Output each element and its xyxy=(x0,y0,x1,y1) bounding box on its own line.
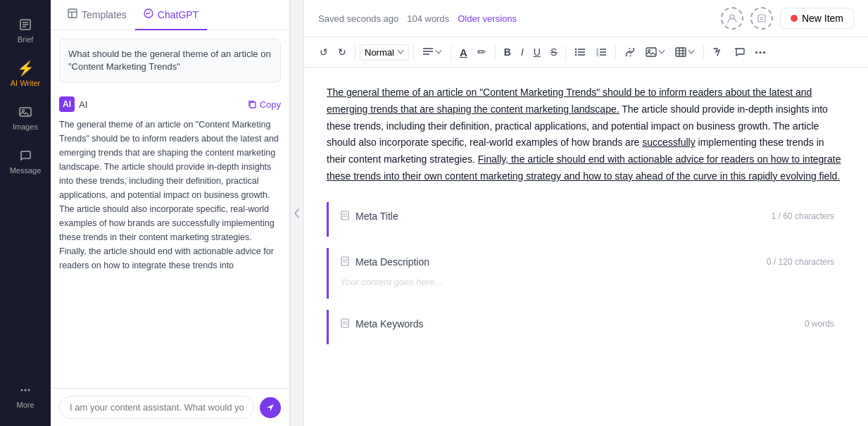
bold-icon: B xyxy=(504,46,511,58)
left-sidebar: Brief ⚡ AI Writer Images Message xyxy=(0,0,51,426)
new-item-label: New Item xyxy=(802,13,843,24)
meta-keywords-icon xyxy=(340,318,350,330)
svg-point-41 xyxy=(760,51,762,54)
meta-description-header: Meta Description 0 / 120 characters xyxy=(340,256,834,268)
undo-button[interactable]: ↺ xyxy=(315,44,332,61)
tab-templates[interactable]: Templates xyxy=(59,0,135,30)
text-color-button[interactable]: A xyxy=(455,44,472,61)
formula-button[interactable] xyxy=(708,44,728,60)
user-avatar-1 xyxy=(721,7,743,30)
svg-point-21 xyxy=(575,49,577,50)
meta-description-placeholder[interactable]: Your content goes here... xyxy=(340,274,834,290)
svg-point-34 xyxy=(648,50,650,52)
sidebar-item-images[interactable]: Images xyxy=(4,99,46,137)
image-button[interactable] xyxy=(641,44,669,60)
svg-point-5 xyxy=(23,110,25,112)
panel-tabs: Templates ChatGPT xyxy=(51,0,289,30)
svg-text:3.: 3. xyxy=(596,53,599,57)
copy-button[interactable]: Copy xyxy=(248,99,281,110)
link-button[interactable] xyxy=(620,45,640,59)
ai-label-text: AI xyxy=(79,99,87,110)
italic-button[interactable]: I xyxy=(517,44,528,61)
meta-description-field: Meta Description 0 / 120 characters Your… xyxy=(327,248,845,299)
meta-title-field: Meta Title 1 / 60 characters xyxy=(327,202,845,237)
meta-title-label: Meta Title xyxy=(340,211,398,223)
meta-description-text: Meta Description xyxy=(356,256,429,268)
format-select[interactable]: Normal xyxy=(360,44,409,61)
meta-keywords-header: Meta Keywords 0 words xyxy=(340,318,834,330)
undo-icon: ↺ xyxy=(320,46,328,58)
templates-tab-icon xyxy=(68,8,77,20)
svg-point-8 xyxy=(28,389,30,391)
toolbar-divider-3 xyxy=(451,45,451,59)
meta-description-icon xyxy=(340,256,350,268)
ai-writer-icon: ⚡ xyxy=(18,61,33,76)
bold-button[interactable]: B xyxy=(500,44,515,61)
numbered-list-button[interactable]: 1. 2. 3. xyxy=(591,44,611,60)
chatgpt-tab-icon xyxy=(144,8,153,20)
redo-button[interactable]: ↻ xyxy=(334,44,351,61)
sidebar-item-message[interactable]: Message xyxy=(4,142,46,180)
svg-point-42 xyxy=(763,51,765,54)
toolbar-divider-5 xyxy=(565,45,566,59)
svg-point-23 xyxy=(575,54,577,56)
chat-input[interactable] xyxy=(59,396,254,419)
svg-rect-35 xyxy=(676,48,686,56)
sidebar-message-label: Message xyxy=(10,166,42,175)
left-panel: Templates ChatGPT What should be the gen… xyxy=(51,0,290,426)
meta-keywords-field: Meta Keywords 0 words xyxy=(327,310,845,344)
tab-chatgpt[interactable]: ChatGPT xyxy=(135,0,207,30)
svg-rect-9 xyxy=(68,9,77,18)
toolbar-divider-2 xyxy=(413,45,414,59)
collapse-panel-button[interactable] xyxy=(290,0,304,426)
underline-icon: U xyxy=(534,46,541,58)
images-icon xyxy=(18,104,33,120)
comment-button[interactable] xyxy=(729,44,749,60)
sidebar-item-ai-writer[interactable]: ⚡ AI Writer xyxy=(4,55,46,93)
new-item-button[interactable]: New Item xyxy=(780,8,854,29)
strikethrough-icon: S xyxy=(551,46,557,58)
sidebar-aiwriter-label: AI Writer xyxy=(11,79,41,87)
underlined-mid: successfully xyxy=(642,137,695,148)
meta-title-header: Meta Title 1 / 60 characters xyxy=(340,211,834,223)
svg-rect-15 xyxy=(758,15,765,22)
chat-question-text: What should be the general theme of an a… xyxy=(68,49,271,72)
svg-point-22 xyxy=(575,51,577,53)
svg-rect-4 xyxy=(20,108,31,116)
svg-rect-33 xyxy=(646,48,656,56)
align-button[interactable] xyxy=(418,44,446,60)
meta-keywords-text: Meta Keywords xyxy=(356,318,423,330)
svg-rect-46 xyxy=(341,257,348,265)
sidebar-images-label: Images xyxy=(13,123,38,131)
sidebar-item-more[interactable]: More xyxy=(4,377,46,415)
sidebar-item-brief[interactable]: Brief xyxy=(4,11,46,49)
italic-icon: I xyxy=(521,46,524,58)
meta-description-count: 0 / 120 characters xyxy=(767,257,834,267)
meta-title-icon xyxy=(340,211,350,223)
editor-header: Saved seconds ago 104 words Older versio… xyxy=(304,0,868,37)
more-toolbar-button[interactable] xyxy=(750,48,770,57)
sidebar-more-label: More xyxy=(16,401,34,409)
send-button[interactable] xyxy=(260,397,281,418)
strikethrough-button[interactable]: S xyxy=(546,44,561,61)
bullet-list-button[interactable] xyxy=(570,44,590,60)
main-content-paragraph[interactable]: The general theme of an article on "Cont… xyxy=(327,84,845,185)
ai-icon-label: AI xyxy=(63,99,71,109)
svg-rect-49 xyxy=(341,319,348,327)
older-versions-link[interactable]: Older versions xyxy=(458,13,517,24)
table-button[interactable] xyxy=(671,44,699,60)
meta-keywords-count: 0 words xyxy=(805,319,834,329)
underlined-intro: The general theme of an article on "Cont… xyxy=(327,87,812,115)
highlight-button[interactable]: ✏ xyxy=(473,43,491,61)
format-label: Normal xyxy=(365,47,394,58)
svg-point-6 xyxy=(21,389,23,391)
content-area: The general theme of an article on "Cont… xyxy=(304,68,868,426)
saved-status: Saved seconds ago xyxy=(318,13,398,24)
toolbar-divider-7 xyxy=(703,45,704,59)
underline-button[interactable]: U xyxy=(529,44,545,61)
editor-actions: New Item xyxy=(721,7,854,30)
ai-response-area: AI AI Copy The general theme of an artic… xyxy=(51,91,289,388)
meta-title-count: 1 / 60 characters xyxy=(772,211,834,221)
meta-description-label: Meta Description xyxy=(340,256,429,268)
chat-question-box: What should be the general theme of an a… xyxy=(59,39,281,82)
